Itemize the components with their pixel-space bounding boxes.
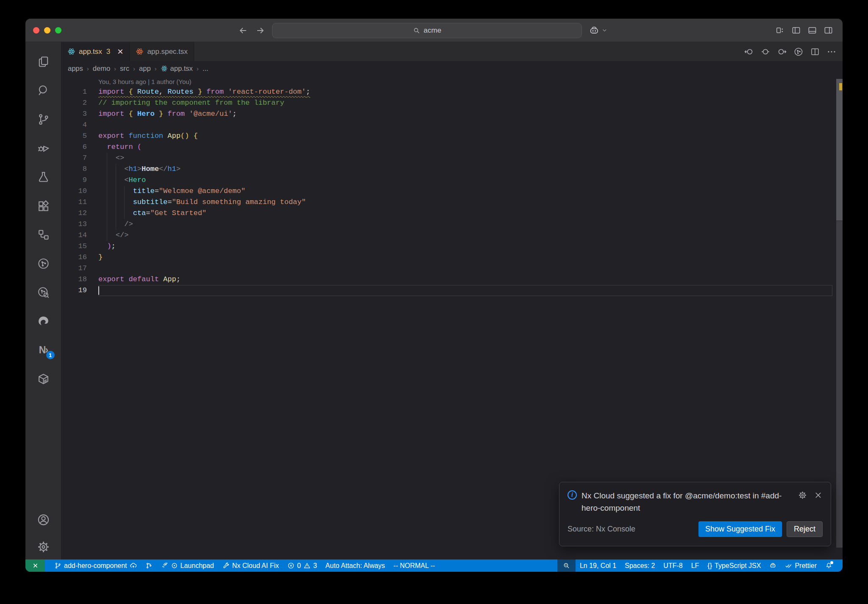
breadcrumb-file[interactable]: app.tsx (161, 64, 193, 73)
nav-forward-change-icon[interactable] (777, 47, 787, 57)
maximize-window-button[interactable] (55, 27, 61, 34)
code-line[interactable]: 8 <h1>Home</h1> (61, 164, 834, 175)
eol-item[interactable]: LF (687, 559, 704, 572)
launchpad-item[interactable]: Launchpad (157, 559, 218, 572)
line-number[interactable]: 6 (61, 142, 87, 153)
code-line[interactable]: 12 cta="Get Started" (61, 208, 834, 219)
git-branch-item[interactable]: add-hero-component (50, 559, 141, 572)
nav-back-change-icon[interactable] (744, 47, 754, 57)
line-number[interactable]: 2 (61, 98, 87, 109)
toggle-primary-sidebar-icon[interactable] (791, 25, 801, 35)
close-tab-icon[interactable]: ✕ (117, 47, 123, 56)
code-line[interactable]: 5export function App() { (61, 131, 834, 142)
testing-icon[interactable] (25, 162, 61, 191)
line-number[interactable]: 8 (61, 164, 87, 175)
breadcrumb-item[interactable]: apps (68, 64, 83, 73)
zoom-indicator[interactable] (557, 559, 576, 572)
vim-mode-item[interactable]: -- NORMAL -- (389, 559, 439, 572)
auto-attach-item[interactable]: Auto Attach: Always (321, 559, 389, 572)
show-suggested-fix-button[interactable]: Show Suggested Fix (698, 521, 782, 537)
code-line[interactable]: 11 subtitle="Build something amazing tod… (61, 197, 834, 208)
line-number[interactable]: 16 (61, 252, 87, 263)
minimize-window-button[interactable] (44, 27, 50, 34)
nx-run-icon[interactable] (25, 249, 61, 278)
line-number[interactable]: 5 (61, 131, 87, 142)
toggle-secondary-sidebar-icon[interactable] (823, 25, 833, 35)
code-line[interactable]: 2// importing the component from the lib… (61, 98, 834, 109)
run-task-icon[interactable] (793, 47, 804, 57)
close-icon[interactable] (814, 491, 823, 500)
problems-item[interactable]: 0 3 (283, 559, 321, 572)
code-line[interactable]: 13 /> (61, 219, 834, 230)
copilot-status-item[interactable] (765, 559, 781, 572)
accounts-icon[interactable] (25, 505, 61, 534)
extensions-icon[interactable] (25, 191, 61, 220)
line-number[interactable]: 13 (61, 219, 87, 230)
code-line[interactable]: 9 <Hero (61, 175, 834, 186)
code-line[interactable]: 15 ); (61, 241, 834, 252)
settings-gear-icon[interactable] (25, 534, 61, 559)
nx-graph-icon[interactable] (25, 278, 61, 307)
source-control-icon[interactable] (25, 105, 61, 134)
indentation-item[interactable]: Spaces: 2 (620, 559, 659, 572)
edge-browser-icon[interactable] (25, 307, 61, 336)
line-number[interactable]: 18 (61, 274, 87, 285)
git-graph-item[interactable] (141, 559, 157, 572)
line-number[interactable]: 10 (61, 186, 87, 197)
code-line[interactable]: 14 </> (61, 230, 834, 241)
code-line[interactable]: 7 <> (61, 153, 834, 164)
toggle-panel-icon[interactable] (807, 25, 817, 35)
code-line[interactable]: 3import { Hero } from '@acme/ui'; (61, 109, 834, 120)
breadcrumb-item[interactable]: demo (93, 64, 110, 73)
nx-console-icon[interactable]: N› 1 (25, 336, 61, 364)
code-line[interactable]: 17 (61, 263, 834, 274)
code-line[interactable]: 18export default App; (61, 274, 834, 285)
code-line[interactable]: 6 return ( (61, 142, 834, 153)
notifications-item[interactable] (821, 559, 837, 572)
current-change-icon[interactable] (760, 47, 771, 57)
copilot-menu[interactable] (589, 25, 608, 36)
git-branch-icon (54, 562, 61, 569)
line-number[interactable]: 9 (61, 175, 87, 186)
line-number[interactable]: 1 (61, 87, 87, 98)
line-number[interactable]: 4 (61, 120, 87, 131)
code-line[interactable]: 16} (61, 252, 834, 263)
close-window-button[interactable] (33, 27, 39, 34)
line-number[interactable]: 7 (61, 153, 87, 164)
customize-layout-icon[interactable] (775, 25, 785, 35)
cursor-position-item[interactable]: Ln 19, Col 1 (576, 559, 620, 572)
line-number[interactable]: 3 (61, 109, 87, 120)
tab-app-spec-tsx[interactable]: app.spec.tsx (130, 42, 194, 61)
code-line[interactable]: 1import { Route, Routes } from 'react-ro… (61, 87, 834, 98)
run-and-debug-icon[interactable] (25, 134, 61, 162)
line-number[interactable]: 11 (61, 197, 87, 208)
line-number[interactable]: 17 (61, 263, 87, 274)
line-number[interactable]: 19 (61, 285, 87, 296)
breadcrumb-item[interactable]: src (120, 64, 129, 73)
breadcrumb-overflow[interactable]: ... (203, 64, 209, 73)
language-mode-item[interactable]: {} TypeScript JSX (703, 559, 765, 572)
references-icon[interactable] (25, 220, 61, 249)
navigate-forward-icon[interactable] (255, 25, 265, 36)
tab-app-tsx[interactable]: app.tsx 3 ✕ (61, 42, 130, 61)
search-icon[interactable] (25, 76, 61, 105)
formatter-item[interactable]: Prettier (781, 559, 821, 572)
notification-settings-gear-icon[interactable] (798, 491, 807, 500)
reject-button[interactable]: Reject (787, 521, 823, 537)
encoding-item[interactable]: UTF-8 (659, 559, 687, 572)
containers-icon[interactable] (25, 364, 61, 393)
line-number[interactable]: 12 (61, 208, 87, 219)
code-line[interactable]: 4 (61, 120, 834, 131)
navigate-back-icon[interactable] (238, 25, 248, 36)
line-number[interactable]: 14 (61, 230, 87, 241)
command-center-search[interactable]: acme (272, 23, 582, 38)
breadcrumb-item[interactable]: app (139, 64, 151, 73)
code-line[interactable]: 19 (61, 285, 834, 296)
remote-indicator[interactable] (25, 559, 45, 572)
nx-cloud-fix-item[interactable]: Nx Cloud AI Fix (218, 559, 283, 572)
line-number[interactable]: 15 (61, 241, 87, 252)
split-editor-icon[interactable] (810, 47, 820, 57)
explorer-icon[interactable] (25, 47, 61, 76)
code-line[interactable]: 10 title="Welcmoe @acme/demo" (61, 186, 834, 197)
more-actions-icon[interactable] (826, 47, 837, 57)
